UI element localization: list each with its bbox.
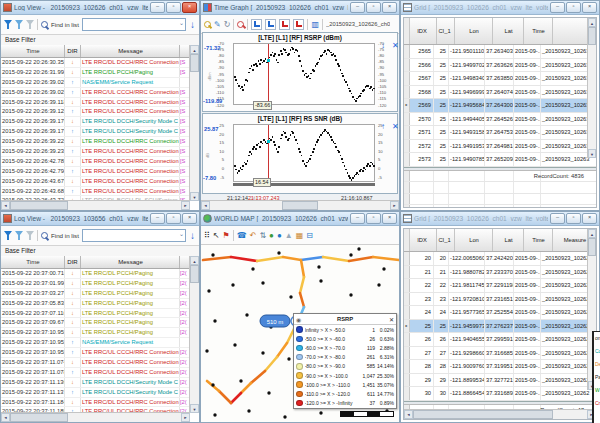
- scroll-thumb[interactable]: [413, 410, 553, 419]
- graph-horizontal-scrollbar[interactable]: ◄►: [201, 200, 399, 210]
- maximize-button[interactable]: ▫: [366, 2, 381, 13]
- scroll-right-arrow[interactable]: ►: [181, 413, 190, 422]
- filter-add-icon[interactable]: [15, 231, 23, 240]
- route-icon[interactable]: ⇅: [259, 231, 266, 240]
- vertical-scrollbar[interactable]: ▲▼: [189, 45, 199, 201]
- bar-chart-icon[interactable]: ▥: [311, 20, 319, 29]
- cell-site-dot[interactable]: [205, 349, 208, 352]
- scroll-left-arrow[interactable]: ◄: [1, 413, 10, 422]
- cell-site-dot[interactable]: [349, 293, 352, 296]
- undo-icon[interactable]: ↶: [250, 231, 257, 240]
- flag-icon[interactable]: ⚑: [223, 231, 230, 240]
- horizontal-scrollbar[interactable]: ◄►: [1, 200, 190, 210]
- close-chart-icon[interactable]: ✕: [392, 42, 399, 50]
- cell-site-dot[interactable]: [357, 247, 360, 250]
- plot-area[interactable]: [233, 43, 375, 105]
- vertical-scrollbar[interactable]: ▲▼: [189, 256, 199, 413]
- close-button[interactable]: ×: [182, 213, 197, 224]
- grid-row[interactable]: 257225-121.949195337.26498142015-09-.._2…: [404, 140, 596, 154]
- log-row[interactable]: 2015-09-22 20:26:39.029↑LTE RRC/UL CCCH/…: [1, 88, 190, 98]
- column-header-idx[interactable]: IDX: [410, 18, 437, 44]
- log-row[interactable]: 2015-09-22 20:26:39.225↓LTE RRC/DL DCCH/…: [1, 137, 190, 147]
- scroll-thumb[interactable]: [10, 201, 68, 210]
- close-button[interactable]: ×: [582, 213, 597, 224]
- grid-row[interactable]: 2121-121.988078237.23337012015-09-.._201…: [404, 266, 596, 280]
- rsrp-legend-window[interactable]: ◉ RSRP ✕ Infinity > X > -50.010.02%-50.0…: [293, 313, 397, 409]
- cell-site-dot[interactable]: [261, 351, 264, 354]
- column-header-ci_1[interactable]: CI_1: [437, 229, 455, 251]
- cell-site-dot[interactable]: [207, 289, 210, 292]
- select-arrow-icon[interactable]: ↖: [213, 231, 220, 240]
- grid-row[interactable]: 2323-121.972081037.23165122015-09-.._201…: [404, 293, 596, 307]
- grid-row[interactable]: ▸2525-121.945997337.27623752015-09-.._20…: [404, 320, 596, 334]
- grid-row[interactable]: 2929-121.889953437.32772192015-09-.._201…: [404, 374, 596, 388]
- log-row[interactable]: 2015-09-22 20:26:39.176↓LTE RRC/DL DCCH/…: [1, 117, 190, 127]
- horizontal-scrollbar[interactable]: ◄►: [404, 409, 596, 419]
- scroll-thumb[interactable]: [190, 265, 199, 283]
- minimize-button[interactable]: –: [150, 2, 165, 13]
- filter-icon[interactable]: [4, 20, 12, 29]
- close-button[interactable]: ×: [382, 2, 397, 13]
- find-combobox[interactable]: ⌄: [82, 229, 186, 242]
- cell-site-dot[interactable]: [277, 251, 280, 254]
- log-row[interactable]: 2015-09-22 20:37:03.274↓LTE RRC/DL PCCH/…: [1, 289, 190, 299]
- grid-row[interactable]: 256825-121.949699937.26407492015-09-.._2…: [404, 86, 596, 100]
- grid-row[interactable]: 2222-121.981174537.22911982015-09-.._201…: [404, 279, 596, 293]
- map-canvas[interactable]: 510 m ◉ RSRP ✕ Infinity > X > -50.010.02…: [201, 245, 399, 422]
- cell-site-dot[interactable]: [319, 411, 322, 414]
- filter-edit-icon[interactable]: [26, 231, 34, 240]
- scroll-up-arrow[interactable]: ▲: [190, 45, 199, 54]
- grid-row[interactable]: 2626-121.940465537.29959182015-09-.._201…: [404, 333, 596, 347]
- column-header-message[interactable]: Message: [81, 256, 180, 268]
- window-titlebar[interactable]: Grid [_20150923_102626_ch01_vzw_lte_volt…: [401, 212, 599, 226]
- log-row[interactable]: 2015-09-22 20:26:42.785↓LTE RRC/DL DCCH/…: [1, 157, 190, 167]
- minimize-button[interactable]: –: [550, 2, 565, 13]
- maximize-button[interactable]: ▫: [166, 213, 181, 224]
- vertical-scrollbar[interactable]: ▲▼: [587, 18, 596, 158]
- edit-graph-icon[interactable]: ✎: [214, 20, 221, 29]
- grid-row[interactable]: 3030-121.886645437.33168922015-09-.._201…: [404, 387, 596, 401]
- column-header-lon[interactable]: Lon: [455, 229, 493, 251]
- log-row[interactable]: 2015-09-22 20:26:42.794↑LTE RRC/UL DCCH/…: [1, 167, 190, 177]
- grid-row[interactable]: 257325-121.949078537.26520982015-09-.._2…: [404, 153, 596, 167]
- log-row[interactable]: 2015-09-22 20:37:11.184↓LTE RRC/DL DCCH/…: [1, 398, 190, 408]
- phone-icon[interactable]: ☎: [237, 231, 247, 240]
- grid-row[interactable]: 2828-121.900976037.31995192015-09-.._201…: [404, 360, 596, 374]
- minimize-button[interactable]: –: [150, 213, 165, 224]
- scroll-right-arrow[interactable]: ►: [181, 201, 190, 210]
- grid-row[interactable]: ▸256925-121.949568437.26430012015-09-.._…: [404, 99, 596, 113]
- cell-site-dot[interactable]: [211, 253, 214, 256]
- scroll-thumb[interactable]: [588, 238, 596, 256]
- window-titlebar[interactable]: Time Graph [_20150923_102626_ch01_vzw_lt…: [201, 1, 399, 15]
- window-titlebar[interactable]: WORLD MAP [_20150923_102626_ch01_vzw_lte…: [201, 212, 399, 226]
- scroll-left-arrow[interactable]: ◄: [201, 201, 210, 210]
- scroll-left-arrow[interactable]: ◄: [404, 410, 413, 419]
- window-titlebar[interactable]: Log View - _20150923_102626_ch01_vzw_lte…: [1, 1, 199, 15]
- log-row[interactable]: 2015-09-22 20:37:11.074↓LTE RRC/DL CCCH/…: [1, 358, 190, 368]
- grid-row[interactable]: 256525-121.950111037.26340362015-09-.._2…: [404, 45, 596, 59]
- grid-row[interactable]: 2424-121.957736537.25255442015-09-.._201…: [404, 306, 596, 320]
- scroll-right-arrow[interactable]: ►: [390, 201, 399, 210]
- cell-site-dot[interactable]: [211, 383, 214, 386]
- globe-green-icon[interactable]: ●: [269, 231, 274, 240]
- filter-icon[interactable]: [4, 231, 12, 240]
- legend-close-icon[interactable]: ✕: [389, 316, 394, 323]
- log-row[interactable]: 2015-09-22 20:26:30.354↓LTE RRC/DL DCCH/…: [1, 58, 190, 68]
- chart-style-1-icon[interactable]: [251, 19, 262, 30]
- column-header-time[interactable]: Time: [1, 45, 65, 57]
- scroll-up-arrow[interactable]: ▲: [588, 229, 596, 238]
- minimize-button[interactable]: –: [550, 213, 565, 224]
- cell-site-dot[interactable]: [287, 357, 290, 360]
- log-row[interactable]: 2015-09-22 20:26:39.231↑LTE RRC/UL DCCH/…: [1, 147, 190, 157]
- log-row[interactable]: 2015-09-22 20:37:11.078↑LTE RRC/UL DCCH/…: [1, 368, 190, 378]
- log-row[interactable]: 2015-09-22 20:37:10.955↑LTE RRC/UL CCCH/…: [1, 348, 190, 358]
- minimize-button[interactable]: –: [350, 213, 365, 224]
- column-header-time[interactable]: Time: [1, 256, 65, 268]
- log-row[interactable]: 2015-09-22 20:26:31.994↓LTE RRC/DL PCCH/…: [1, 68, 190, 78]
- log-row[interactable]: 2015-09-22 20:37:00.710↓LTE RRC/DL PCCH/…: [1, 269, 190, 279]
- log-row[interactable]: 2015-09-22 20:37:10.950↓LTE RRC/DL PCCH/…: [1, 328, 190, 338]
- close-chart-icon[interactable]: ✕: [392, 123, 399, 131]
- cell-site-dot[interactable]: [289, 295, 292, 298]
- scroll-down-arrow[interactable]: ▼: [190, 404, 199, 413]
- log-row[interactable]: 2015-09-22 20:37:10.952↑NAS/EMM/Service …: [1, 338, 190, 348]
